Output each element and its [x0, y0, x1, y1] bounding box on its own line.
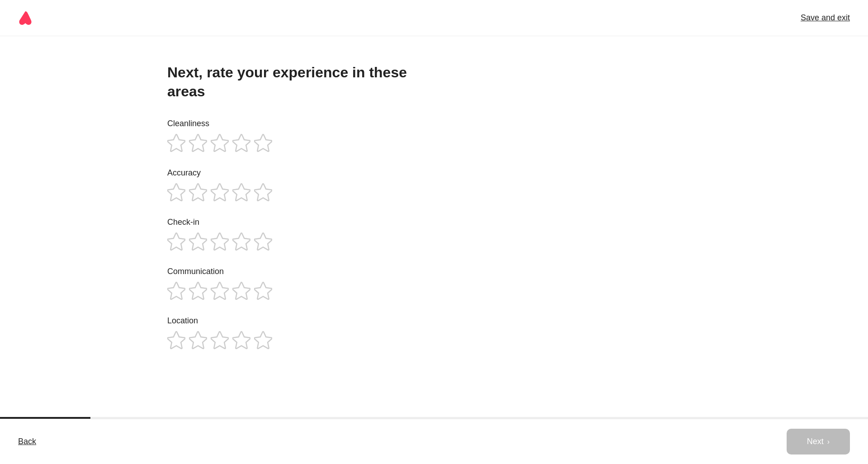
- star-location-3[interactable]: [211, 331, 229, 349]
- star-cleanliness-4[interactable]: [232, 134, 250, 152]
- stars-communication: [167, 282, 272, 300]
- star-accuracy-1[interactable]: [167, 183, 185, 201]
- next-button[interactable]: Next ›: [787, 429, 850, 455]
- page-title: Next, rate your experience in these area…: [167, 63, 439, 101]
- star-location-4[interactable]: [232, 331, 250, 349]
- star-accuracy-5[interactable]: [254, 183, 272, 201]
- back-button[interactable]: Back: [18, 433, 36, 450]
- star-communication-1[interactable]: [167, 282, 185, 300]
- star-location-5[interactable]: [254, 331, 272, 349]
- star-accuracy-3[interactable]: [211, 183, 229, 201]
- main-content: Next, rate your experience in these area…: [167, 36, 439, 420]
- star-cleanliness-5[interactable]: [254, 134, 272, 152]
- chevron-right-icon: ›: [827, 438, 830, 446]
- rating-section-location: Location: [167, 316, 272, 349]
- rating-label-cleanliness: Cleanliness: [167, 119, 272, 128]
- rating-sections: Cleanliness Accuracy Check-in: [167, 119, 272, 365]
- rating-section-checkin: Check-in: [167, 218, 272, 251]
- star-accuracy-4[interactable]: [232, 183, 250, 201]
- airbnb-logo[interactable]: [18, 11, 33, 25]
- rating-label-location: Location: [167, 316, 272, 326]
- star-location-1[interactable]: [167, 331, 185, 349]
- star-communication-4[interactable]: [232, 282, 250, 300]
- star-cleanliness-3[interactable]: [211, 134, 229, 152]
- header: Save and exit: [0, 0, 868, 36]
- rating-section-communication: Communication: [167, 267, 272, 300]
- star-checkin-4[interactable]: [232, 232, 250, 251]
- stars-cleanliness: [167, 134, 272, 152]
- stars-location: [167, 331, 272, 349]
- save-exit-button[interactable]: Save and exit: [801, 9, 850, 26]
- star-checkin-2[interactable]: [189, 232, 207, 251]
- stars-accuracy: [167, 183, 272, 201]
- rating-label-communication: Communication: [167, 267, 272, 276]
- star-communication-2[interactable]: [189, 282, 207, 300]
- star-checkin-3[interactable]: [211, 232, 229, 251]
- rating-section-accuracy: Accuracy: [167, 168, 272, 201]
- star-cleanliness-1[interactable]: [167, 134, 185, 152]
- star-cleanliness-2[interactable]: [189, 134, 207, 152]
- stars-checkin: [167, 232, 272, 251]
- next-button-label: Next: [807, 437, 824, 446]
- star-communication-5[interactable]: [254, 282, 272, 300]
- bottom-nav: Back Next ›: [0, 419, 868, 464]
- star-location-2[interactable]: [189, 331, 207, 349]
- rating-label-accuracy: Accuracy: [167, 168, 272, 178]
- rating-section-cleanliness: Cleanliness: [167, 119, 272, 152]
- star-checkin-1[interactable]: [167, 232, 185, 251]
- star-checkin-5[interactable]: [254, 232, 272, 251]
- rating-label-checkin: Check-in: [167, 218, 272, 227]
- star-communication-3[interactable]: [211, 282, 229, 300]
- star-accuracy-2[interactable]: [189, 183, 207, 201]
